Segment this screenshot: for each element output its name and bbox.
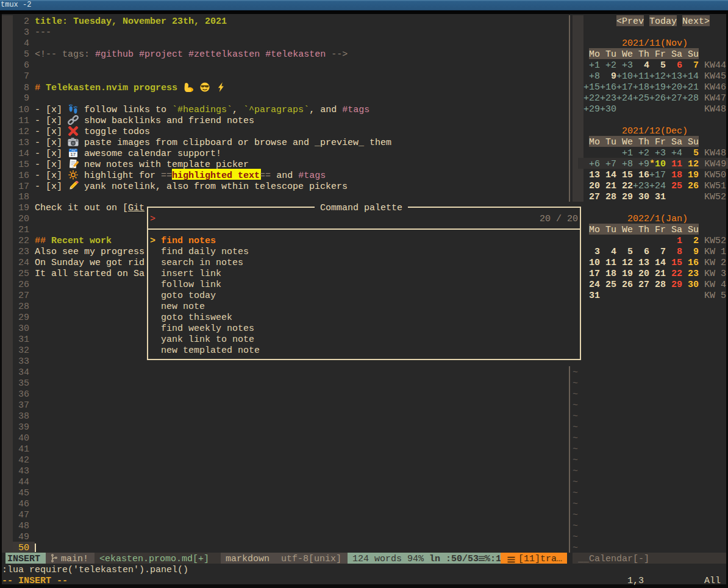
svg-text:17: 17: [71, 152, 76, 157]
